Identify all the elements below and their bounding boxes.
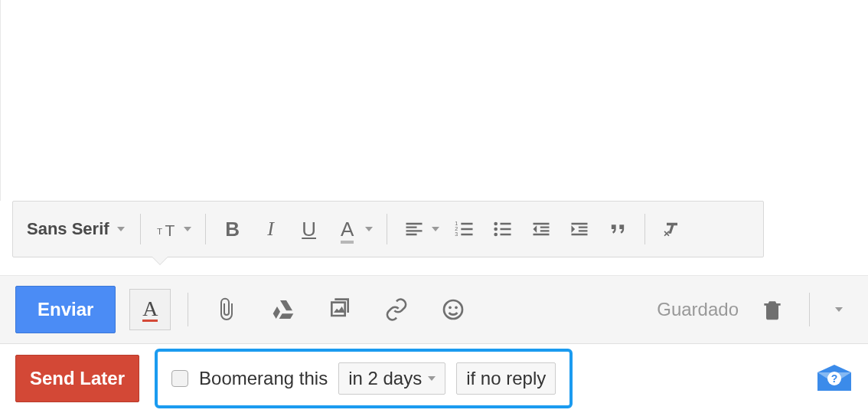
insert-emoji-button[interactable] <box>432 288 475 331</box>
boomerang-label: Boomerang this <box>199 368 328 389</box>
remove-formatting-button[interactable] <box>654 211 690 247</box>
indent-more-button[interactable] <box>562 211 597 247</box>
insert-drive-button[interactable] <box>262 288 305 331</box>
send-button[interactable]: Enviar <box>15 286 116 333</box>
underline-button[interactable]: U <box>292 211 327 247</box>
discard-draft-button[interactable] <box>751 288 794 331</box>
svg-text:3: 3 <box>455 231 458 237</box>
svg-point-8 <box>444 300 462 319</box>
svg-point-7 <box>494 233 498 237</box>
chevron-down-icon <box>835 307 843 312</box>
font-size-button[interactable]: TT <box>150 211 185 247</box>
svg-point-10 <box>455 306 458 309</box>
separator <box>387 214 387 244</box>
svg-point-5 <box>494 222 498 226</box>
boomerang-time-value: in 2 days <box>348 368 422 389</box>
boomerang-condition-value: if no reply <box>466 368 546 389</box>
quote-button[interactable] <box>600 211 635 247</box>
svg-text:2: 2 <box>455 226 458 231</box>
svg-point-6 <box>494 228 498 231</box>
svg-text:?: ? <box>831 372 838 385</box>
boomerang-box: Boomerang this in 2 days if no reply <box>155 349 573 408</box>
align-button[interactable] <box>396 211 432 247</box>
insert-photo-button[interactable] <box>318 288 361 331</box>
chevron-down-icon <box>428 376 436 381</box>
format-toolbar: Sans Serif TT B I U A 123 <box>12 201 764 257</box>
separator <box>205 214 206 244</box>
chevron-down-icon <box>184 227 191 231</box>
separator <box>644 214 645 244</box>
attach-file-button[interactable] <box>205 288 248 331</box>
compose-body-area[interactable] <box>0 0 868 201</box>
svg-text:T: T <box>165 221 175 239</box>
boomerang-row: Send Later Boomerang this in 2 days if n… <box>0 344 868 413</box>
send-later-button[interactable]: Send Later <box>15 355 139 402</box>
saved-status: Guardado <box>657 299 739 320</box>
separator <box>809 293 810 326</box>
indent-less-button[interactable] <box>524 211 559 247</box>
svg-text:T: T <box>157 226 162 236</box>
chevron-down-icon <box>117 227 125 231</box>
font-family-select[interactable]: Sans Serif <box>21 215 131 244</box>
boomerang-help-button[interactable]: ? <box>816 365 853 392</box>
chevron-down-icon <box>365 227 373 231</box>
more-options-button[interactable] <box>825 288 853 331</box>
boomerang-condition-select[interactable]: if no reply <box>456 362 556 395</box>
formatting-toggle-button[interactable]: A <box>129 289 171 330</box>
boomerang-checkbox[interactable] <box>171 370 188 387</box>
boomerang-time-select[interactable]: in 2 days <box>338 362 445 395</box>
chevron-down-icon <box>432 227 439 231</box>
insert-link-button[interactable] <box>375 288 418 331</box>
italic-button[interactable]: I <box>253 211 289 247</box>
numbered-list-button[interactable]: 123 <box>447 211 482 247</box>
bullet-list-button[interactable] <box>485 211 520 247</box>
separator <box>140 214 141 244</box>
bold-button[interactable]: B <box>215 211 250 247</box>
svg-text:1: 1 <box>455 221 458 226</box>
svg-point-9 <box>449 306 452 309</box>
send-row: Enviar A Guardado <box>0 275 868 344</box>
separator <box>188 293 188 326</box>
text-color-button[interactable]: A <box>330 211 365 247</box>
font-family-label: Sans Serif <box>27 219 109 239</box>
